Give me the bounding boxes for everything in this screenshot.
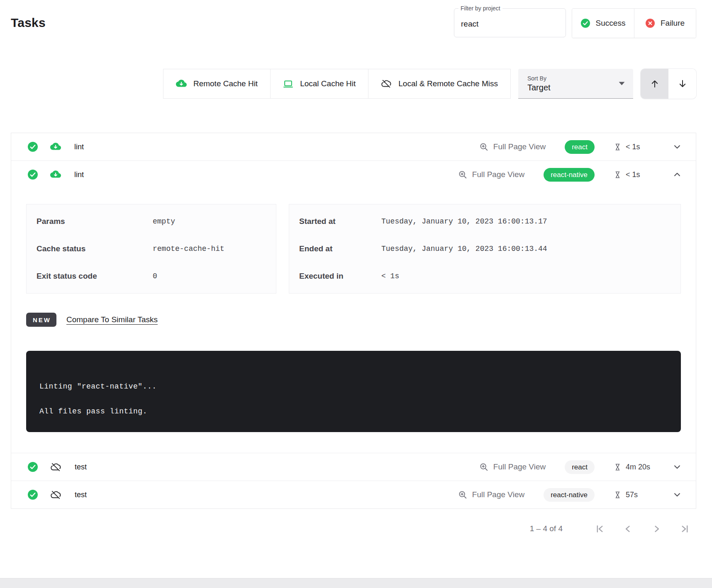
full-page-view-link[interactable]: Full Page View (458, 490, 524, 499)
laptop-icon (283, 79, 293, 89)
detail-label: Started at (299, 217, 381, 226)
chevron-down-icon[interactable] (673, 142, 682, 151)
full-page-view-label: Full Page View (472, 170, 524, 179)
detail-label: Ended at (299, 244, 381, 253)
project-badge: react-native (544, 488, 595, 502)
project-filter-field[interactable]: Filter by project (454, 8, 566, 37)
zoom-in-icon (458, 490, 467, 499)
detail-row: Exit status code 0 (27, 262, 276, 290)
chevron-down-icon[interactable] (673, 490, 682, 499)
cloud-off-icon (381, 78, 392, 89)
project-filter-label: Filter by project (458, 5, 502, 12)
sort-by-label: Sort By (527, 75, 551, 82)
hourglass-icon (614, 463, 622, 471)
arrow-up-icon (650, 79, 660, 89)
task-row-header[interactable]: lint Full Page View react < 1s (11, 133, 696, 160)
first-page-button[interactable] (593, 522, 606, 536)
sort-by-texts: Sort By Target (527, 75, 551, 92)
new-badge: NEW (26, 313, 56, 327)
cloud-off-icon (50, 462, 61, 473)
task-name: test (75, 491, 87, 499)
detail-row: Started at Tuesday, January 10, 2023 16:… (289, 208, 680, 235)
compare-to-similar-tasks-link[interactable]: Compare To Similar Tasks (66, 315, 158, 324)
task-duration-label: 4m 20s (626, 463, 650, 471)
x-circle-icon (646, 19, 655, 28)
cloud-off-icon (50, 489, 61, 501)
chevron-right-icon (651, 524, 662, 534)
detail-row: Executed in < 1s (289, 262, 680, 290)
chevron-left-icon (623, 524, 633, 534)
viewport-bottom-strip (0, 578, 712, 588)
terminal-line: Linting "react-native"... (39, 382, 668, 391)
detail-label: Exit status code (37, 272, 153, 281)
task-duration: < 1s (614, 143, 653, 151)
full-page-view-label: Full Page View (472, 490, 524, 499)
cloud-download-icon (176, 78, 187, 89)
project-badge: react-native (544, 168, 595, 182)
cache-miss-button[interactable]: Local & Remote Cache Miss (368, 69, 510, 98)
failure-filter-button[interactable]: Failure (634, 9, 696, 38)
detail-label: Cache status (37, 244, 153, 253)
last-page-icon (680, 524, 690, 534)
success-filter-button[interactable]: Success (572, 9, 634, 38)
task-row-header[interactable]: test Full Page View react 4m 20s (11, 453, 696, 481)
hourglass-icon (614, 143, 622, 151)
detail-value: 0 (153, 272, 157, 280)
project-badge: react (565, 140, 595, 154)
sort-by-select[interactable]: Sort By Target (518, 69, 633, 99)
task-list: lint Full Page View react < 1s (11, 133, 696, 509)
timing-panel: Started at Tuesday, January 10, 2023 16:… (289, 204, 681, 294)
task-name: lint (74, 170, 84, 179)
hourglass-icon (614, 491, 622, 499)
task-name: test (75, 463, 87, 471)
task-duration: 57s (614, 491, 653, 499)
terminal-output: Linting "react-native"... All files pass… (26, 351, 681, 432)
detail-value: remote-cache-hit (153, 245, 224, 253)
detail-value: Tuesday, January 10, 2023 16:00:13.17 (381, 217, 547, 226)
hourglass-icon (614, 170, 622, 179)
project-filter-input[interactable] (461, 19, 559, 29)
task-row-header[interactable]: lint Full Page View react-native < 1s (11, 161, 696, 188)
task-name: lint (74, 143, 84, 151)
task-duration-label: 57s (626, 491, 638, 499)
sort-by-value: Target (527, 83, 551, 92)
next-page-button[interactable] (650, 522, 663, 536)
compare-row: NEW Compare To Similar Tasks (26, 312, 681, 328)
check-circle-icon (28, 170, 38, 180)
pagination-range: 1 – 4 of 4 (530, 524, 563, 533)
check-circle-icon (28, 142, 38, 152)
task-expanded-body: Params empty Cache status remote-cache-h… (11, 204, 696, 453)
header-controls: Filter by project Success Failure (454, 8, 696, 38)
full-page-view-link[interactable]: Full Page View (479, 142, 546, 151)
detail-value: Tuesday, January 10, 2023 16:00:13.44 (381, 245, 547, 253)
zoom-in-icon (458, 170, 467, 179)
page-header: Tasks Filter by project Success Failure (0, 0, 712, 37)
previous-page-button[interactable] (621, 522, 635, 536)
task-row: test Full Page View react 4m 20s (11, 453, 696, 481)
full-page-view-link[interactable]: Full Page View (479, 462, 546, 471)
detail-label: Params (37, 217, 153, 226)
remote-cache-hit-button[interactable]: Remote Cache Hit (163, 69, 270, 98)
remote-cache-hit-label: Remote Cache Hit (193, 79, 258, 88)
detail-row: Params empty (27, 208, 276, 235)
full-page-view-label: Full Page View (493, 462, 546, 471)
sort-ascending-button[interactable] (641, 69, 668, 99)
chevron-down-icon[interactable] (673, 462, 682, 471)
arrow-down-icon (678, 79, 688, 89)
local-cache-hit-button[interactable]: Local Cache Hit (270, 69, 368, 98)
full-page-view-link[interactable]: Full Page View (458, 170, 524, 179)
project-badge: react (565, 460, 595, 474)
terminal-line: All files pass linting. (39, 407, 668, 415)
task-row-header[interactable]: test Full Page View react-native 57s (11, 481, 696, 508)
full-page-view-label: Full Page View (493, 142, 546, 151)
sort-descending-button[interactable] (668, 69, 696, 99)
cache-miss-label: Local & Remote Cache Miss (398, 79, 498, 88)
task-duration: < 1s (614, 170, 653, 179)
status-filter-group: Success Failure (572, 8, 696, 38)
last-page-button[interactable] (678, 522, 692, 536)
detail-row: Cache status remote-cache-hit (27, 235, 276, 262)
task-row: lint Full Page View react < 1s (11, 133, 696, 160)
chevron-up-icon[interactable] (673, 170, 682, 179)
check-circle-icon (581, 19, 590, 28)
task-details: Params empty Cache status remote-cache-h… (26, 204, 681, 294)
